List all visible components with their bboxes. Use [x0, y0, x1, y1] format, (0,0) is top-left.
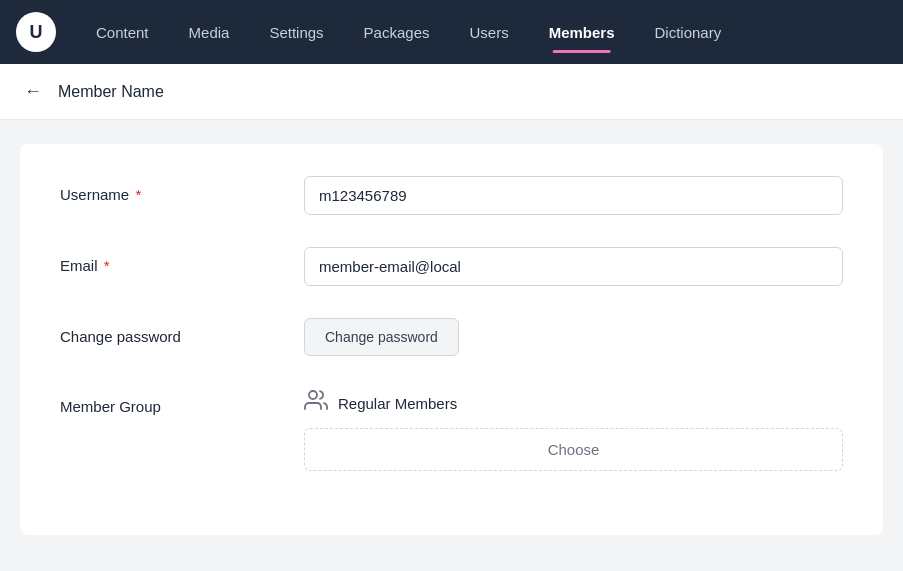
- nav-item-members[interactable]: Members: [533, 16, 631, 49]
- logo: U: [16, 12, 56, 52]
- nav-item-content[interactable]: Content: [80, 16, 165, 49]
- change-password-button[interactable]: Change password: [304, 318, 459, 356]
- email-field: [304, 247, 843, 286]
- email-label: Email *: [60, 247, 280, 274]
- change-password-row: Change password Change password: [60, 318, 843, 356]
- nav-item-dictionary[interactable]: Dictionary: [639, 16, 738, 49]
- member-group-field: Regular Members Choose: [304, 388, 843, 471]
- navbar: U Content Media Settings Packages Users …: [0, 0, 903, 64]
- email-input[interactable]: [304, 247, 843, 286]
- nav-item-media[interactable]: Media: [173, 16, 246, 49]
- member-group-label: Member Group: [60, 388, 280, 415]
- main-content: Username * Email * Change password Chang…: [0, 120, 903, 559]
- form-card: Username * Email * Change password Chang…: [20, 144, 883, 535]
- change-password-label: Change password: [60, 318, 280, 345]
- group-icon: [304, 388, 328, 418]
- svg-point-0: [309, 391, 317, 399]
- change-password-field: Change password: [304, 318, 843, 356]
- member-group-info: Regular Members: [304, 388, 843, 418]
- nav-item-packages[interactable]: Packages: [348, 16, 446, 49]
- back-button[interactable]: ←: [20, 77, 46, 106]
- username-input[interactable]: [304, 176, 843, 215]
- nav-item-users[interactable]: Users: [453, 16, 524, 49]
- email-required: *: [104, 257, 110, 274]
- username-label: Username *: [60, 176, 280, 203]
- choose-button[interactable]: Choose: [304, 428, 843, 471]
- username-required: *: [135, 186, 141, 203]
- breadcrumb-bar: ← Member Name: [0, 64, 903, 120]
- username-row: Username *: [60, 176, 843, 215]
- breadcrumb-title: Member Name: [58, 83, 164, 101]
- email-row: Email *: [60, 247, 843, 286]
- member-group-name: Regular Members: [338, 395, 457, 412]
- member-group-row: Member Group Regular Members Choose: [60, 388, 843, 471]
- username-field: [304, 176, 843, 215]
- nav-item-settings[interactable]: Settings: [253, 16, 339, 49]
